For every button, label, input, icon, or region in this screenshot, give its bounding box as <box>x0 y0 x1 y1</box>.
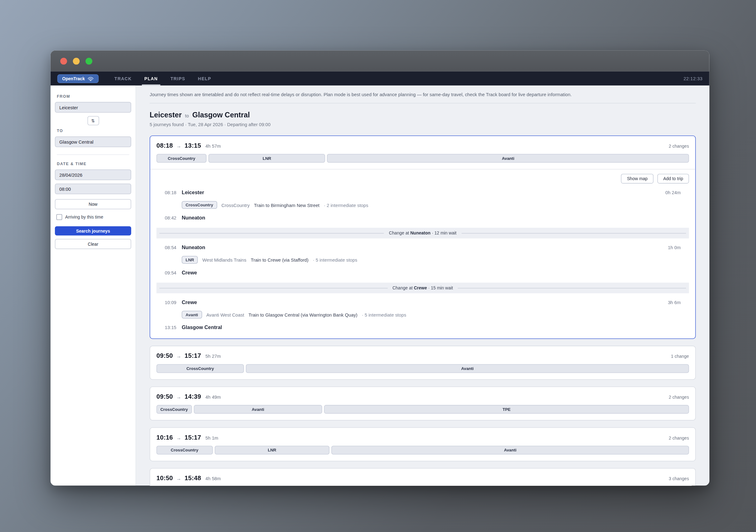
nav-items: TRACKPLANTRIPSHELP <box>108 71 217 86</box>
now-button[interactable]: Now <box>55 199 131 210</box>
close-window-button[interactable] <box>60 58 67 64</box>
show-map-button[interactable]: Show map <box>621 174 653 184</box>
operator-name: Avanti West Coast <box>206 312 244 317</box>
journey-header: 09:50 → 15:17 5h 27m 1 change CrossCount… <box>150 346 695 379</box>
leg-arrive-time: 13:15 <box>165 325 176 330</box>
journey-times-row: 09:50 → 14:39 4h 49m 2 changes <box>156 393 689 400</box>
segment-bar: TPE <box>324 405 689 414</box>
journey-header: 10:50 → 15:48 4h 58m 3 changes CrossCoun… <box>150 469 695 486</box>
leg-service-row: LNR West Midlands Trains Train to Crewe … <box>182 256 681 264</box>
nav-item-help[interactable]: HELP <box>192 71 217 86</box>
journey-duration: 4h 57m <box>205 143 221 149</box>
leg-service-row: CrossCountry CrossCountry Train to Birmi… <box>182 201 681 209</box>
changes-count: 2 changes <box>669 144 689 149</box>
nav-item-track[interactable]: TRACK <box>108 71 138 86</box>
journey-card[interactable]: 10:16 → 15:17 5h 1m 2 changes CrossCount… <box>149 427 696 462</box>
depart-time: 09:50 <box>156 352 173 359</box>
arriving-checkbox-row: Arriving by this time <box>56 214 130 220</box>
route-title: Leicester to Glasgow Central <box>149 111 696 119</box>
service-headsign: Train to Birmingham New Street <box>254 202 320 208</box>
clear-button[interactable]: Clear <box>55 239 131 249</box>
service-headsign: Train to Crewe (via Stafford) <box>251 257 309 263</box>
segment-bar: LNR <box>215 446 330 455</box>
desktop: OpenTrack TRACKPLANTRIPSHELP 22:12:33 FR… <box>0 0 756 532</box>
to-label: TO <box>57 129 129 133</box>
datetime-label: DATE & TIME <box>57 162 129 166</box>
journey-duration: 5h 1m <box>205 435 218 441</box>
nav-item-plan[interactable]: PLAN <box>138 71 164 86</box>
journey-times-row: 10:50 → 15:48 4h 58m 3 changes <box>156 474 689 482</box>
leg-arrive-station: Nuneaton <box>182 215 660 220</box>
segment-bars: CrossCountryAvantiTPE <box>156 405 689 414</box>
arrive-time: 15:48 <box>185 474 201 482</box>
journey-card[interactable]: 09:50 → 15:17 5h 27m 1 change CrossCount… <box>149 345 696 380</box>
leg-arrive-station: Crewe <box>182 269 662 275</box>
change-text: Change at Crewe · 15 min wait <box>392 286 453 291</box>
depart-time: 10:50 <box>156 474 173 482</box>
arrow-icon: → <box>176 435 181 441</box>
arrive-time: 15:17 <box>185 434 201 441</box>
add-to-trip-button[interactable]: Add to trip <box>657 174 689 184</box>
date-input[interactable]: 28/04/2026 <box>55 169 131 180</box>
arrive-time: 13:15 <box>185 142 201 149</box>
top-navbar: OpenTrack TRACKPLANTRIPSHELP 22:12:33 <box>51 71 710 86</box>
nav-item-trips[interactable]: TRIPS <box>164 71 192 86</box>
journey-list: 08:18 → 13:15 4h 57m 2 changes CrossCoun… <box>136 127 709 486</box>
arrow-icon: → <box>176 353 181 359</box>
journey-header: 10:16 → 15:17 5h 1m 2 changes CrossCount… <box>150 428 695 461</box>
intermediate-stops: · 2 intermediate stops <box>324 202 368 208</box>
change-line <box>461 233 686 234</box>
segment-bar: Avanti <box>332 446 689 455</box>
change-at-row: Change at Nuneaton · 12 min wait <box>156 228 689 238</box>
arrow-icon: → <box>176 394 181 400</box>
route-from: Leicester <box>149 111 181 119</box>
change-at-row: Change at Crewe · 15 min wait <box>156 283 689 293</box>
navbar-clock: 22:12:33 <box>684 76 703 81</box>
time-input[interactable]: 08:00 <box>55 184 131 194</box>
leg-depart-time: 08:18 <box>165 190 176 195</box>
journey-card[interactable]: 08:18 → 13:15 4h 57m 2 changes CrossCoun… <box>149 136 696 339</box>
brand-label: OpenTrack <box>62 76 85 81</box>
search-journeys-button[interactable]: Search journeys <box>55 226 131 236</box>
route-to: Glasgow Central <box>192 111 250 119</box>
leg-depart-station: Leicester <box>182 190 660 195</box>
operator-badge: LNR <box>182 256 198 264</box>
swap-icon: ⇅ <box>91 118 95 123</box>
journey-card[interactable]: 10:50 → 15:48 4h 58m 3 changes CrossCoun… <box>149 468 696 486</box>
wifi-arcs-icon <box>87 76 94 81</box>
operator-name: West Midlands Trains <box>202 257 247 263</box>
changes-count: 1 change <box>671 354 689 359</box>
to-input[interactable]: Glasgow Central <box>55 137 131 147</box>
leg-arrive-station: Glasgow Central <box>182 324 662 330</box>
journey-header: 09:50 → 14:39 4h 49m 2 changes CrossCoun… <box>150 387 695 420</box>
route-to-word: to <box>185 113 189 118</box>
segment-bar: Avanti <box>327 154 689 163</box>
brand-logo[interactable]: OpenTrack <box>58 74 98 83</box>
segment-bars: CrossCountryLNRAvanti <box>156 446 689 455</box>
service-headsign: Train to Glasgow Central (via Warrington… <box>248 312 357 317</box>
journey-card[interactable]: 09:50 → 14:39 4h 49m 2 changes CrossCoun… <box>149 387 696 420</box>
arriving-checkbox[interactable] <box>56 214 62 220</box>
depart-time: 08:18 <box>156 142 173 149</box>
leg-arrive-time: 09:54 <box>165 270 176 275</box>
segment-bar: CrossCountry <box>156 154 207 163</box>
results-summary: 5 journeys found · Tue, 28 Apr 2026 · De… <box>149 122 696 127</box>
journey-leg: 10:09 Crewe 3h 6m Avanti Avanti West Coa… <box>165 299 681 330</box>
journey-details: Show mapAdd to trip 08:18 Leicester 0h 2… <box>150 169 695 339</box>
leg-depart-time: 10:09 <box>165 300 176 305</box>
from-input[interactable]: Leicester <box>55 102 131 113</box>
operator-badge: Avanti <box>182 311 202 318</box>
window-titlebar <box>51 51 710 71</box>
arriving-label: Arriving by this time <box>65 215 103 219</box>
journey-duration: 4h 58m <box>205 476 221 481</box>
operator-name: CrossCountry <box>222 202 250 208</box>
minimize-window-button[interactable] <box>73 58 80 64</box>
swap-stations-button[interactable]: ⇅ <box>87 116 99 125</box>
intermediate-stops: · 5 intermediate stops <box>313 257 357 263</box>
arrow-icon: → <box>176 143 181 149</box>
depart-time: 09:50 <box>156 393 173 400</box>
leg-duration: 3h 6m <box>668 300 681 305</box>
arrow-icon: → <box>176 476 181 481</box>
leg-depart-station: Crewe <box>182 299 662 305</box>
zoom-window-button[interactable] <box>86 58 93 64</box>
